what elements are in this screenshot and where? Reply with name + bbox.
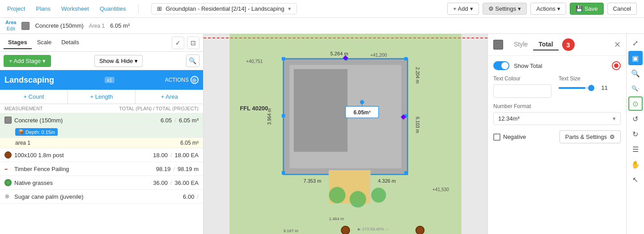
- item-right: 98.19 / 98.19 m: [156, 166, 199, 172]
- doc-tab[interactable]: ⊞ Groundplan - Residential [2/14] - Land…: [151, 3, 297, 14]
- item-row[interactable]: 100x100 1.8m post 18.00 / 18.00 EA: [0, 148, 203, 162]
- zoom-in-btn[interactable]: 🔍: [628, 66, 643, 80]
- item-row[interactable]: Native grasses 36.00 / 36.00 EA: [0, 176, 203, 190]
- top-actions: + Add ▾ ⚙ Settings ▾ Actions ▾ 💾 Save Ca…: [447, 3, 637, 15]
- item-row[interactable]: Concrete (150mm) 6.05 / 6.05 m³: [0, 113, 203, 127]
- svg-text:6.05m³: 6.05m³: [353, 109, 370, 116]
- groundplan-svg: 5.264 m 2.204 m 6.103 m 3.964 m 7.353 m …: [203, 34, 487, 234]
- parts-settings-button[interactable]: Parts & Settings ⚙: [559, 130, 621, 143]
- item-right: 36.00 / 36.00 EA: [153, 180, 199, 186]
- negative-checkbox-label[interactable]: Negative: [493, 134, 526, 141]
- add-dropdown-arrow[interactable]: ▾: [470, 5, 473, 12]
- svg-text:9.167 m: 9.167 m: [284, 229, 299, 233]
- toolbar: Area Edit Concrete (150mm) Area 1 6.05 m…: [0, 18, 644, 34]
- add-stage-arrow[interactable]: ▾: [42, 58, 46, 64]
- canvas-area[interactable]: 5.264 m 2.204 m 6.103 m 3.964 m 7.353 m …: [203, 34, 487, 234]
- post-swatch: [4, 151, 12, 159]
- add-stage-button[interactable]: + Add Stage ▾: [4, 55, 51, 67]
- doc-tab-icon: ⊞: [157, 5, 162, 12]
- text-colour-label: Text Colour: [493, 75, 551, 82]
- palm-swatch: ❄: [4, 193, 12, 200]
- sidebar-tabs-row: Stages Scale Details ✓ ⊡: [0, 34, 203, 52]
- sidebar-expand-btn[interactable]: ⊡: [187, 37, 199, 49]
- tab-style[interactable]: Style: [508, 39, 533, 50]
- number-format-select[interactable]: 12.34m³ ▾: [493, 112, 621, 125]
- rp-tabs: Style Total: [508, 39, 559, 50]
- subitem-area1[interactable]: area 1 6.05 m³: [0, 138, 203, 148]
- item-row[interactable]: -- Timber Fence Pailing 98.19 / 98.19 m: [0, 162, 203, 176]
- tab-total[interactable]: Total: [533, 39, 558, 50]
- search-icon: 🔍: [189, 57, 196, 64]
- cancel-button[interactable]: Cancel: [607, 3, 637, 15]
- svg-text:+41,530: +41,530: [432, 187, 449, 192]
- item-right: 6.05 / 6.05 m³: [161, 117, 199, 124]
- svg-rect-7: [282, 171, 285, 174]
- actions-button[interactable]: Actions ▾: [530, 3, 566, 15]
- zoom-out-btn[interactable]: 🔍-: [628, 81, 643, 96]
- fence-swatch: --: [4, 165, 12, 172]
- count-button[interactable]: + Count: [0, 90, 68, 104]
- save-icon: 💾: [576, 5, 583, 12]
- text-colour-size-row: Text Colour Text Size 11: [493, 75, 621, 98]
- nav-plans[interactable]: Plans: [36, 5, 51, 12]
- svg-text:▶ 273.59,40% ←: ▶ 273.59,40% ←: [358, 227, 390, 231]
- svg-point-21: [329, 187, 345, 203]
- radio-inner: [614, 63, 619, 68]
- depth-icon: 📦: [18, 129, 24, 135]
- tab-scale[interactable]: Scale: [33, 36, 56, 49]
- left-panel: Stages Scale Details ✓ ⊡ + Add Stage ▾ S…: [0, 34, 203, 234]
- expand-icon-btn[interactable]: ⤢: [628, 36, 643, 50]
- color-picker[interactable]: [493, 84, 551, 98]
- save-button[interactable]: 💾 Save: [570, 3, 604, 15]
- nav-quantities[interactable]: Quantities: [100, 5, 126, 12]
- redo-btn[interactable]: ↻: [628, 127, 643, 141]
- actions-label[interactable]: ACTIONS ⊕: [165, 76, 199, 84]
- settings-button[interactable]: ⚙ Settings ▾: [483, 3, 527, 15]
- area-button[interactable]: + Area: [136, 90, 203, 104]
- col-measurement: MEASUREMENT: [4, 106, 43, 111]
- doc-tab-title: Groundplan - Residential [2/14] - Landsc…: [165, 5, 284, 12]
- col-total: TOTAL (PLAN) / TOTAL (PROJECT): [119, 106, 199, 111]
- hand-tool-btn[interactable]: ✋: [628, 157, 643, 171]
- add-button[interactable]: + Add ▾: [447, 3, 479, 15]
- layers-icon-btn[interactable]: ▣: [628, 51, 643, 65]
- show-total-row: Show Total: [493, 61, 621, 70]
- radio-circle[interactable]: [612, 61, 621, 70]
- text-size-value: 11: [597, 84, 608, 91]
- doc-tab-arrow[interactable]: ▾: [288, 5, 291, 12]
- search-button[interactable]: 🔍: [186, 54, 199, 67]
- nav-worksheet[interactable]: Worksheet: [61, 5, 89, 12]
- text-size-slider[interactable]: [559, 87, 594, 89]
- show-hide-arrow[interactable]: ▾: [135, 58, 138, 64]
- actions-dropdown-arrow[interactable]: ▾: [557, 5, 560, 12]
- svg-text:5.264 m: 5.264 m: [330, 51, 348, 56]
- pointer-tool-btn[interactable]: ↖: [628, 172, 643, 187]
- nav-divider: [138, 4, 139, 13]
- select-arrow-icon: ▾: [613, 115, 616, 122]
- top-nav: Project Plans Worksheet Quantities ⊞ Gro…: [0, 0, 644, 18]
- length-button[interactable]: + Length: [68, 90, 136, 104]
- tab-details[interactable]: Details: [57, 36, 84, 49]
- fit-screen-btn[interactable]: ⊙: [628, 96, 643, 111]
- svg-text:+41,200: +41,200: [370, 53, 387, 58]
- main-layout: Stages Scale Details ✓ ⊡ + Add Stage ▾ S…: [0, 34, 644, 234]
- item-row[interactable]: ❄ Sugar cane palm (juvenile) 6.00 /: [0, 190, 203, 204]
- settings-dropdown-arrow[interactable]: ▾: [518, 5, 521, 12]
- sidebar-checkmark-btn[interactable]: ✓: [172, 37, 184, 49]
- actions-circle: ⊕: [191, 76, 199, 84]
- right-panel: Style Total 3 ✕ Show Total Text Colo: [487, 34, 626, 234]
- undo-btn[interactable]: ↺: [628, 112, 643, 126]
- nav-project[interactable]: Project: [7, 5, 25, 12]
- list-view-btn[interactable]: ☰: [628, 142, 643, 156]
- svg-point-23: [371, 188, 386, 202]
- area-edit-toggle[interactable]: Area Edit: [5, 20, 16, 31]
- negative-checkbox[interactable]: [493, 134, 500, 141]
- svg-text:FFL 40200: FFL 40200: [240, 105, 268, 112]
- close-button[interactable]: ✕: [614, 40, 621, 50]
- slider-knob[interactable]: [588, 85, 594, 91]
- show-total-toggle[interactable]: [493, 61, 509, 70]
- toolbar-area-label: Area 1: [89, 23, 105, 29]
- show-hide-button[interactable]: Show & Hide ▾: [94, 55, 143, 67]
- bottom-row: Negative Parts & Settings ⚙: [493, 130, 621, 143]
- tab-stages[interactable]: Stages: [4, 36, 32, 49]
